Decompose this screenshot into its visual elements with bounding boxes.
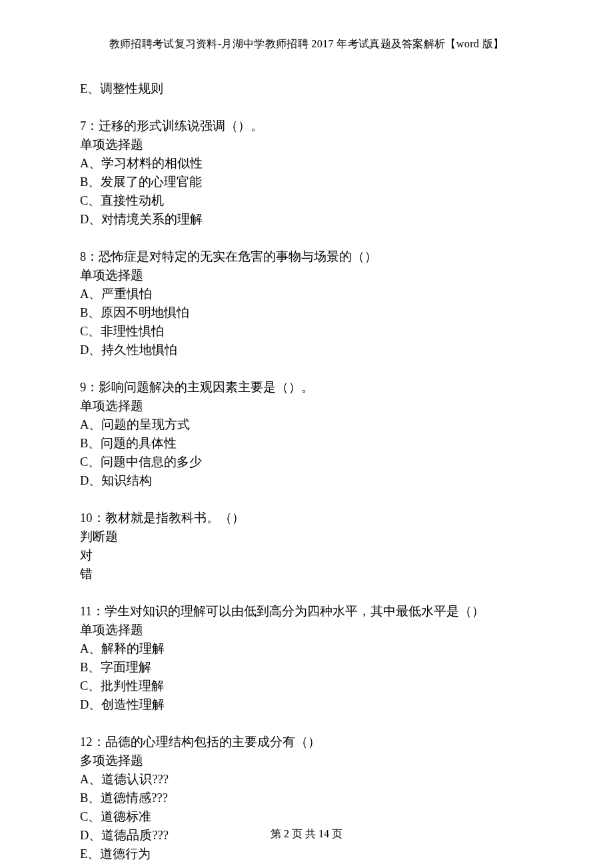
question-9: 9：影响问题解决的主观因素主要是（）。 单项选择题 A、问题的呈现方式 B、问题… [80,378,533,490]
q12-type: 多项选择题 [80,751,533,770]
q8-type: 单项选择题 [80,266,533,285]
question-10: 10：教材就是指教科书。（） 判断题 对 错 [80,509,533,583]
page: 教师招聘考试复习资料-月湖中学教师招聘 2017 年考试真题及答案解析【word… [0,0,613,868]
q7-stem: 7：迁移的形式训练说强调（）。 [80,117,533,135]
option-e: E、调整性规则 [80,79,533,98]
q10-type: 判断题 [80,527,533,546]
q12-option-c: C、道德标准 [80,807,533,826]
q9-option-a: A、问题的呈现方式 [80,415,533,434]
q7-option-a: A、学习材料的相似性 [80,154,533,173]
q7-option-b: B、发展了的心理官能 [80,173,533,191]
q12-option-b: B、道德情感??? [80,789,533,807]
q11-stem: 11：学生对知识的理解可以由低到高分为四种水平，其中最低水平是（） [80,602,533,621]
q7-type: 单项选择题 [80,135,533,154]
page-header: 教师招聘考试复习资料-月湖中学教师招聘 2017 年考试真题及答案解析【word… [80,37,533,51]
question-12: 12：品德的心理结构包括的主要成分有（） 多项选择题 A、道德认识??? B、道… [80,733,533,863]
content-body: E、调整性规则 7：迁移的形式训练说强调（）。 单项选择题 A、学习材料的相似性… [80,79,533,868]
q8-option-b: B、原因不明地惧怕 [80,303,533,322]
q12-stem: 12：品德的心理结构包括的主要成分有（） [80,733,533,751]
q9-option-d: D、知识结构 [80,471,533,490]
q11-type: 单项选择题 [80,621,533,639]
q12-option-a: A、道德认识??? [80,770,533,789]
q9-type: 单项选择题 [80,397,533,415]
q9-option-c: C、问题中信息的多少 [80,453,533,471]
q11-option-a: A、解释的理解 [80,639,533,658]
q7-option-d: D、对情境关系的理解 [80,210,533,229]
q8-stem: 8：恐怖症是对特定的无实在危害的事物与场景的（） [80,247,533,266]
q10-option-true: 对 [80,546,533,565]
question-8: 8：恐怖症是对特定的无实在危害的事物与场景的（） 单项选择题 A、严重惧怕 B、… [80,247,533,359]
q12-option-e: E、道德行为 [80,845,533,863]
q8-option-d: D、持久性地惧怕 [80,341,533,359]
header-word: word [456,37,480,50]
block-6e: E、调整性规则 [80,79,533,98]
q10-option-false: 错 [80,565,533,583]
header-suffix: 版】 [479,37,504,50]
q9-option-b: B、问题的具体性 [80,434,533,453]
page-footer: 第 2 页 共 14 页 [0,827,613,841]
question-7: 7：迁移的形式训练说强调（）。 单项选择题 A、学习材料的相似性 B、发展了的心… [80,117,533,229]
question-11: 11：学生对知识的理解可以由低到高分为四种水平，其中最低水平是（） 单项选择题 … [80,602,533,714]
q11-option-c: C、批判性理解 [80,677,533,695]
q8-option-c: C、非理性惧怕 [80,322,533,341]
q10-stem: 10：教材就是指教科书。（） [80,509,533,527]
q11-option-d: D、创造性理解 [80,695,533,714]
q8-option-a: A、严重惧怕 [80,285,533,303]
q11-option-b: B、字面理解 [80,658,533,677]
header-prefix: 教师招聘考试复习资料-月湖中学教师招聘 2017 年考试真题及答案解析【 [109,37,456,50]
q7-option-c: C、直接性动机 [80,191,533,210]
q9-stem: 9：影响问题解决的主观因素主要是（）。 [80,378,533,397]
